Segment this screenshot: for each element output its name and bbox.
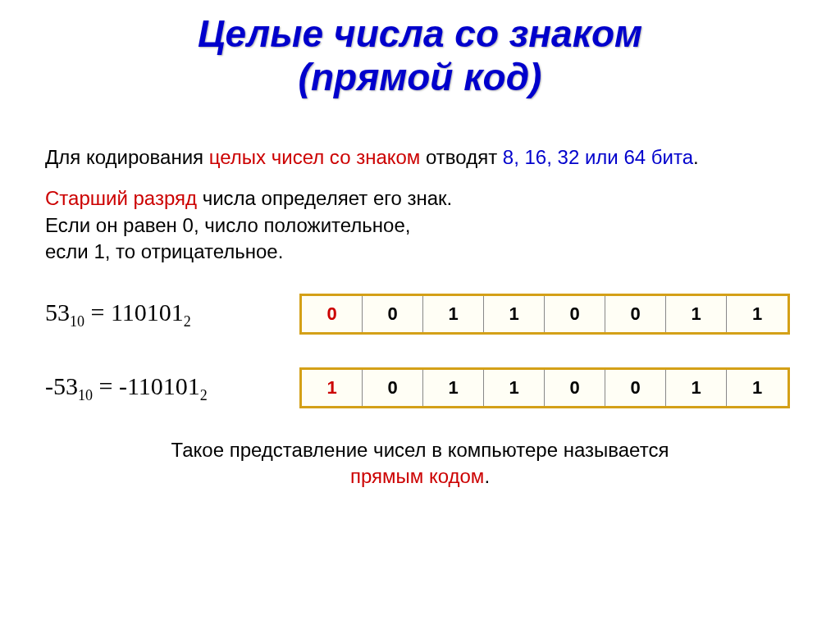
title-line2: (прямой код) [299, 56, 542, 98]
bit-cell: 1 [484, 296, 545, 332]
bit-table-positive: 0 0 1 1 0 0 1 1 [299, 294, 790, 335]
bit-cell: 1 [423, 370, 484, 406]
title-line1: Целые числа со знаком [198, 12, 642, 55]
bit-cell: 1 [484, 370, 545, 406]
highlight-signed-integers: целых чисел со знаком [209, 146, 421, 168]
slide-title: Целые числа со знаком (прямой код) [33, 12, 807, 99]
bit-cell: 0 [605, 370, 666, 406]
highlight-bit-sizes: 8, 16, 32 или 64 бита [503, 146, 693, 168]
bit-cell: 0 [363, 370, 423, 406]
footer-paragraph: Такое представление чисел в компьютере н… [82, 437, 758, 488]
example-positive: 5310 = 1101012 0 0 1 1 0 0 1 1 [45, 294, 807, 335]
intro-paragraph: Для кодирования целых чисел со знаком от… [45, 144, 807, 171]
highlight-high-bit: Старший разряд [45, 187, 197, 209]
bit-cell: 0 [363, 296, 423, 332]
bit-cell: 0 [545, 370, 605, 406]
bit-cell: 1 [666, 296, 727, 332]
bit-cell: 0 [302, 296, 363, 332]
bit-cell: 1 [727, 370, 788, 406]
bit-table-negative: 1 0 1 1 0 0 1 1 [299, 367, 790, 408]
bit-cell: 1 [423, 296, 484, 332]
bit-cell: 1 [302, 370, 363, 406]
highlight-direct-code: прямым кодом [350, 465, 484, 487]
sign-bit-paragraph: Старший разряд числа определяет его знак… [45, 185, 807, 265]
bit-cell: 1 [666, 370, 727, 406]
formula-negative: -5310 = -1101012 [45, 372, 299, 404]
bit-cell: 0 [605, 296, 666, 332]
formula-positive: 5310 = 1101012 [45, 299, 299, 330]
bit-cell: 1 [727, 296, 788, 332]
example-negative: -5310 = -1101012 1 0 1 1 0 0 1 1 [45, 367, 807, 408]
bit-cell: 0 [545, 296, 605, 332]
